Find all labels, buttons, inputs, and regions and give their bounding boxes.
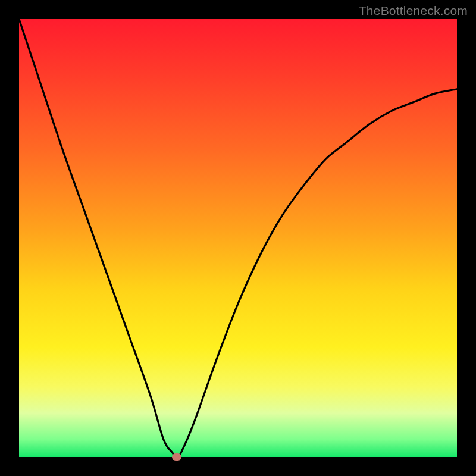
chart-frame: TheBottleneck.com (0, 0, 476, 476)
bottleneck-curve (19, 19, 457, 457)
watermark-text: TheBottleneck.com (359, 4, 468, 18)
curve-svg (19, 19, 457, 457)
plot-area (19, 19, 457, 457)
minimum-marker (172, 453, 181, 461)
